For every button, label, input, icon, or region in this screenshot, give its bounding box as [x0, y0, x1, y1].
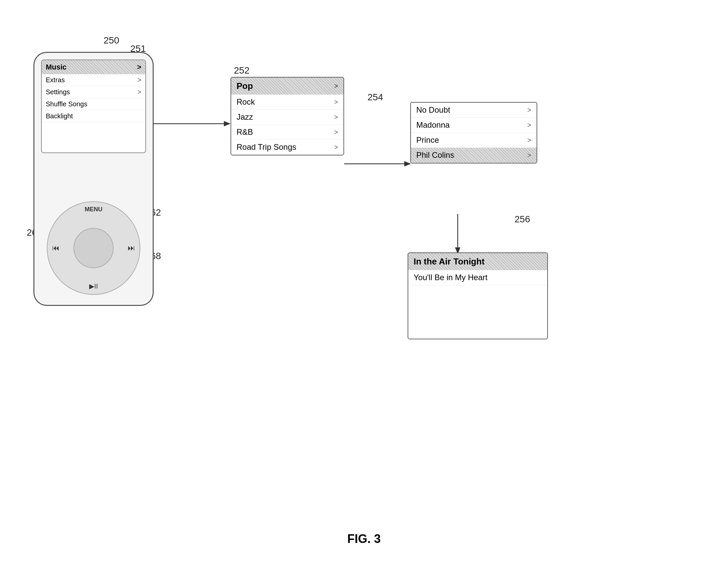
ref-252: 252	[234, 65, 250, 76]
ipod-device: Music > Extras > Settings > Shuffle Song…	[33, 52, 154, 306]
panel-genres-item-jazz[interactable]: Jazz >	[231, 110, 343, 125]
panel-genres-item-rock-chevron: >	[334, 98, 338, 106]
panel-artists-item-prince-chevron: >	[527, 136, 531, 144]
ipod-menu-header-label: Music	[46, 63, 66, 72]
wheel-play-button[interactable]: ▶II	[89, 282, 98, 290]
ipod-click-wheel[interactable]: MENU ⏮ ⏭ ▶II	[47, 201, 140, 295]
panel-genres: Pop > Rock > Jazz > R&B > Road Trip Song…	[231, 77, 344, 155]
panel-artists-item-madonna-label: Madonna	[416, 120, 450, 130]
panel-genres-item-jazz-chevron: >	[334, 113, 338, 121]
ipod-menu-item-settings-chevron: >	[137, 88, 141, 96]
wheel-next-button[interactable]: ⏭	[128, 244, 135, 252]
ref-250: 250	[104, 35, 119, 46]
ipod-menu-item-settings[interactable]: Settings >	[42, 86, 145, 98]
panel-songs: In the Air Tonight You'll Be in My Heart	[408, 252, 548, 339]
panel-genres-item-rnb-label: R&B	[237, 127, 253, 137]
panel-genres-item-roadtrip-chevron: >	[334, 143, 338, 151]
panel-genres-item-roadtrip[interactable]: Road Trip Songs >	[231, 140, 343, 155]
panel-songs-item-youllbe[interactable]: You'll Be in My Heart	[408, 270, 547, 285]
ipod-menu-item-shuffle-label: Shuffle Songs	[46, 100, 87, 108]
arrow-artists-to-songs	[451, 214, 464, 254]
wheel-outer-ring[interactable]: MENU ⏮ ⏭ ▶II	[47, 201, 140, 295]
ref-254: 254	[368, 92, 383, 103]
panel-songs-item-youllbe-label: You'll Be in My Heart	[414, 273, 487, 282]
panel-genres-item-rnb-chevron: >	[334, 128, 338, 136]
panel-artists-item-philcolins[interactable]: Phil Colins >	[411, 148, 537, 163]
panel-genres-item-rock[interactable]: Rock >	[231, 95, 343, 110]
panel-genres-header-label: Pop	[237, 81, 253, 91]
ipod-menu-item-settings-label: Settings	[46, 88, 70, 96]
panel-genres-item-roadtrip-label: Road Trip Songs	[237, 142, 296, 152]
ipod-menu-item-shuffle[interactable]: Shuffle Songs	[42, 98, 145, 110]
panel-artists-item-madonna[interactable]: Madonna >	[411, 118, 537, 133]
ipod-menu-item-extras-label: Extras	[46, 76, 65, 84]
panel-genres-item-rnb[interactable]: R&B >	[231, 125, 343, 140]
panel-artists: No Doubt > Madonna > Prince > Phil Colin…	[410, 102, 537, 163]
ipod-menu-item-extras[interactable]: Extras >	[42, 74, 145, 86]
panel-artists-item-philcolins-chevron: >	[527, 151, 531, 159]
ipod-screen: Music > Extras > Settings > Shuffle Song…	[41, 60, 146, 153]
wheel-prev-button[interactable]: ⏮	[52, 244, 59, 252]
arrow-genres-to-artists	[344, 157, 411, 171]
ipod-menu-item-backlight-label: Backlight	[46, 112, 73, 120]
panel-artists-item-nodoubt[interactable]: No Doubt >	[411, 103, 537, 118]
ipod-menu-header-chevron: >	[137, 63, 141, 72]
wheel-center-button[interactable]	[74, 228, 114, 268]
panel-artists-item-madonna-chevron: >	[527, 121, 531, 129]
panel-artists-item-nodoubt-chevron: >	[527, 106, 531, 114]
panel-artists-item-prince-label: Prince	[416, 135, 439, 145]
panel-songs-header: In the Air Tonight	[408, 253, 547, 270]
ipod-menu-item-extras-chevron: >	[137, 76, 141, 84]
ipod-menu-header: Music >	[42, 60, 145, 74]
ref-256: 256	[515, 214, 530, 225]
ipod-menu-item-backlight[interactable]: Backlight	[42, 110, 145, 122]
panel-songs-header-label: In the Air Tonight	[414, 256, 484, 267]
panel-artists-item-philcolins-label: Phil Colins	[416, 150, 454, 160]
panel-artists-item-nodoubt-label: No Doubt	[416, 105, 450, 115]
panel-artists-item-prince[interactable]: Prince >	[411, 133, 537, 148]
svg-marker-1	[224, 121, 231, 126]
figure-caption: FIG. 3	[347, 532, 381, 546]
arrow-ipod-to-genres	[154, 117, 231, 130]
wheel-menu-label[interactable]: MENU	[85, 206, 103, 213]
panel-genres-header: Pop >	[231, 78, 343, 95]
panel-genres-item-rock-label: Rock	[237, 97, 255, 107]
svg-marker-3	[404, 161, 411, 166]
panel-genres-header-chevron: >	[334, 82, 338, 90]
panel-genres-item-jazz-label: Jazz	[237, 112, 253, 122]
